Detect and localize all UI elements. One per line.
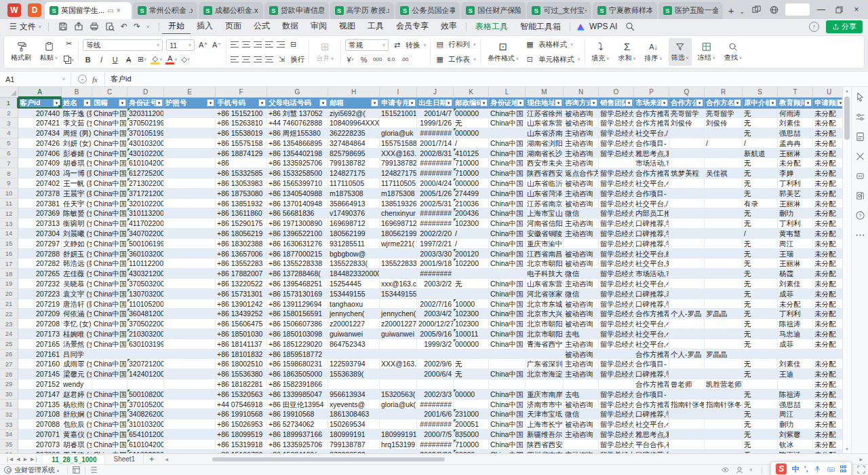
cell-H29[interactable] <box>328 379 380 390</box>
cell-B31[interactable]: 杨欣雨 (女 <box>62 400 92 410</box>
cell-I20[interactable]: 153449155 <box>380 289 417 299</box>
cell-G30[interactable]: +86 1339985047 <box>267 390 328 400</box>
cell-K25[interactable]: 000000 <box>454 339 489 349</box>
cell-O21[interactable]: 留学总经办 <box>599 299 634 309</box>
cell-S20[interactable]: 无 <box>743 289 778 299</box>
cell-A33[interactable]: 207088 <box>18 419 62 430</box>
cell-T21[interactable]: 未分配 <box>778 299 813 309</box>
cell-N29[interactable] <box>564 379 599 390</box>
cell-I16[interactable] <box>380 249 417 259</box>
cell-S7[interactable]: 无 <box>743 158 778 168</box>
cell-H13[interactable]: 169698712 <box>328 218 380 229</box>
cell-R18[interactable] <box>705 269 743 279</box>
row-number[interactable]: 19 <box>0 279 18 289</box>
cell-B12[interactable]: 陈敏赟 (女 <box>62 208 92 218</box>
cell-S17[interactable]: 无 <box>743 259 778 269</box>
cell-T19[interactable]: 刘素佳 <box>778 279 813 289</box>
cell-A15[interactable]: 207297 <box>18 239 62 249</box>
cell-I10[interactable]: m1875308 <box>380 189 417 199</box>
cell-G13[interactable]: +86 1971300890 <box>267 218 328 229</box>
menu-item-页面[interactable]: 页面 <box>219 19 248 35</box>
cell-Q22[interactable]: 个人-罗晶 <box>669 309 705 319</box>
fill-color-icon[interactable]: ◇˅ <box>151 54 162 64</box>
cell-S31[interactable]: 无 <box>743 400 778 410</box>
cell-H19[interactable]: 15254445 <box>328 279 380 289</box>
cell-B19[interactable]: 吴晓慕 (女 <box>62 279 92 289</box>
document-tab[interactable]: S医护五险一金.xlsx <box>658 2 723 19</box>
cell-G21[interactable]: +86 1391129694 <box>267 299 328 309</box>
cell-M17[interactable]: 北京市朝阳 <box>526 259 564 269</box>
cell-O3[interactable]: 留学总经办 <box>599 118 634 128</box>
more-icon[interactable] <box>855 230 865 240</box>
filter-dropdown-icon[interactable]: ▾ <box>445 99 452 107</box>
cell-E13[interactable] <box>164 218 216 229</box>
percent-icon[interactable]: % <box>359 54 369 64</box>
cell-F9[interactable]: +86 13053983 <box>216 178 267 189</box>
cell-N9[interactable]: 被动咨询 <box>564 178 599 189</box>
fullscreen-icon[interactable] <box>857 466 865 474</box>
cell-E28[interactable] <box>164 369 216 379</box>
header-cell-L[interactable]: 身份证地▾ <box>489 98 526 109</box>
cell-M35[interactable]: 陕西省西安 <box>526 440 564 450</box>
tools-icon[interactable] <box>855 151 865 162</box>
cell-L15[interactable]: China中国 <box>489 239 526 249</box>
cell-N34[interactable]: 主动咨询 <box>564 430 599 440</box>
cell-H16[interactable]: bgbgbow@ <box>328 249 380 259</box>
column-header-C[interactable]: C <box>92 87 127 98</box>
cell-M22[interactable]: 北京市大兴 <box>526 309 564 319</box>
cell-C27[interactable]: China中国 <box>92 359 127 369</box>
paste-button[interactable]: 粘贴 ˅ <box>37 38 60 66</box>
cell-H6[interactable]: 825798695 <box>328 149 380 159</box>
cell-H30[interactable]: 956613934 <box>328 390 380 400</box>
cell-K6[interactable]: 410125 <box>454 149 489 159</box>
conditional-format-button[interactable]: ⊡ 条件格式 ˅ <box>485 38 521 66</box>
cell-O17[interactable]: 留学总经办 <box>599 259 634 269</box>
cell-N4[interactable]: 主动咨询 <box>564 128 599 138</box>
cell-C7[interactable]: China中国 <box>92 158 127 168</box>
cell-R27[interactable] <box>705 359 743 369</box>
cell-K22[interactable]: 102300 <box>454 309 489 319</box>
cell-B8[interactable]: 冯一博 (男 <box>62 168 92 178</box>
format-painter-button[interactable]: 格式刷 <box>8 38 34 66</box>
cell-I33[interactable] <box>380 419 417 430</box>
cell-M12[interactable]: 上海市宝山 <box>526 208 564 218</box>
cell-Q35[interactable] <box>669 440 705 450</box>
header-cell-I[interactable]: 申请专用▾ <box>380 98 417 109</box>
filter-dropdown-icon[interactable]: ▾ <box>207 99 214 107</box>
name-box[interactable]: A1 ˅ <box>0 72 71 86</box>
cell-K14[interactable]: / <box>454 229 489 239</box>
cell-Q7[interactable] <box>669 158 705 168</box>
cell-B15[interactable]: 文静如 (女 <box>62 239 92 249</box>
cell-S36[interactable]: 无 <box>743 450 778 453</box>
decrease-indent-icon[interactable] <box>265 41 273 48</box>
cell-A5[interactable]: 207426 <box>18 138 62 149</box>
cell-M21[interactable]: 北京市东城 <box>526 299 564 309</box>
cell-E14[interactable] <box>164 229 216 239</box>
cell-A10[interactable]: 207378 <box>18 189 62 199</box>
cell-N36[interactable]: 主动咨询 <box>564 450 599 453</box>
cell-C36[interactable]: China中国 <box>92 450 127 453</box>
cell-N5[interactable]: 主动咨询 <box>564 138 599 149</box>
cell-M9[interactable]: 山东省临沂 <box>526 178 564 189</box>
cell-F2[interactable]: +86 15152100 <box>216 109 267 119</box>
cell-P21[interactable]: 口碑推荐,学 <box>634 299 669 309</box>
cell-M26[interactable] <box>526 349 564 360</box>
cell-D11[interactable]: 32010220020531242X <box>127 199 164 209</box>
cell-S15[interactable]: 无 <box>743 239 778 249</box>
cell-D10[interactable]: 371721200501264452 <box>127 189 164 199</box>
cell-P36[interactable]: 口碑推荐,学 <box>634 450 669 453</box>
undo-icon[interactable]: ↶ <box>121 22 127 31</box>
filter-dropdown-icon[interactable]: ▾ <box>625 99 633 107</box>
cell-U5[interactable]: 未分配 <box>813 138 842 149</box>
cell-G26[interactable]: +86 1859518772 <box>267 349 328 360</box>
cell-B29[interactable]: wendy <box>62 379 92 390</box>
cell-S26[interactable] <box>743 349 778 360</box>
cell-D4[interactable]: 370105199411221118 <box>127 128 164 138</box>
cell-K36[interactable]: 00000 <box>454 450 489 453</box>
cell-B3[interactable]: 李文茹 (女 <box>62 118 92 128</box>
cell-U13[interactable]: 未分配 <box>813 218 842 229</box>
cell-N18[interactable]: 微信 <box>564 269 599 279</box>
cell-R35[interactable] <box>705 440 743 450</box>
row-number[interactable]: 6 <box>0 149 18 159</box>
cell-A23[interactable]: 207208 <box>18 319 62 329</box>
